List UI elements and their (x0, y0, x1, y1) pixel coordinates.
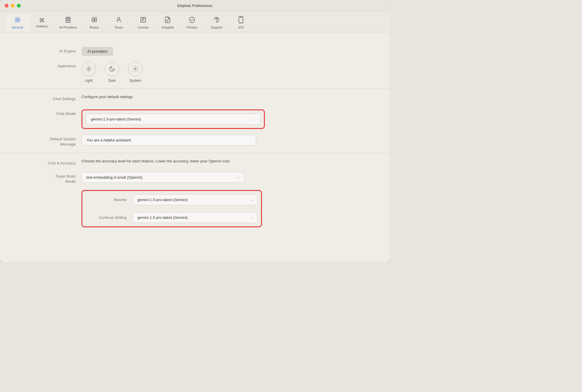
svg-point-5 (118, 17, 120, 20)
chat-model-chevron-icon: ⌄ (253, 117, 255, 121)
tab-hotkeys[interactable]: ⌘ Hotkeys (30, 15, 54, 31)
close-button[interactable] (5, 4, 8, 8)
appearance-system[interactable]: System (128, 62, 143, 83)
appearance-label: Apperance (17, 62, 81, 69)
cost-accuracy-header-content: Choose the accuracy level for each featu… (81, 159, 372, 163)
chat-settings-header-row: Chat Settings Configure your default set… (17, 95, 372, 104)
dark-icon (105, 62, 119, 76)
rewrite-value: gemini-1.5-pro-latest (Gemini) (137, 198, 188, 202)
privacy-icon (189, 16, 196, 24)
chat-settings-section: Chat Settings Configure your default set… (0, 89, 390, 153)
chat-settings-label: Chat Settings (17, 95, 81, 102)
rewrite-dropdown[interactable]: gemini-1.5-pro-latest (Gemini) ⌄ (132, 194, 258, 205)
general-icon (14, 16, 21, 24)
rewrite-chevron-icon: ⌄ (250, 198, 253, 202)
tab-ai-providers-label: AI Providers (59, 26, 77, 29)
super-brain-content: text-embedding-3-small (OpenAI) ⌄ (81, 172, 372, 183)
minimize-button[interactable] (11, 4, 15, 8)
chat-model-row: Chat Model gemini-1.5-pro-latest (Gemini… (17, 109, 372, 129)
continue-writing-label: Continue Writing (86, 215, 132, 220)
snippets-icon (164, 16, 171, 24)
super-brain-label: Super Brain Model (17, 172, 81, 184)
ai-engine-row: AI Engine AI providers (17, 47, 372, 56)
svg-point-0 (17, 19, 18, 21)
continue-writing-chevron-icon: ⌄ (250, 215, 253, 219)
license-icon (140, 16, 147, 24)
svg-point-10 (134, 68, 136, 70)
super-brain-chevron-icon: ⌄ (237, 175, 239, 179)
tab-brains-label: Brains (90, 26, 99, 29)
tab-license[interactable]: License (132, 14, 155, 32)
default-system-label: Default System Message (17, 135, 81, 147)
svg-point-3 (67, 18, 68, 19)
appearance-dark[interactable]: Dark (105, 62, 119, 83)
ai-engine-section: AI Engine AI providers Apperance (0, 41, 390, 89)
tab-hotkeys-label: Hotkeys (36, 24, 48, 28)
appearance-options: Light Dark (81, 62, 372, 83)
brains-icon (91, 16, 98, 24)
hotkeys-icon: ⌘ (39, 17, 45, 23)
traffic-lights (5, 4, 21, 8)
ai-engine-label: AI Engine (17, 47, 81, 54)
rewrite-continue-red-box: Rewrite gemini-1.5-pro-latest (Gemini) ⌄… (81, 190, 262, 227)
tab-privacy[interactable]: Privacy (180, 14, 204, 32)
svg-point-9 (88, 68, 90, 70)
svg-point-8 (241, 22, 241, 22)
super-brain-row: Super Brain Model text-embedding-3-small… (17, 172, 372, 184)
svg-point-4 (68, 18, 69, 19)
default-system-input[interactable] (81, 135, 256, 146)
tab-support[interactable]: Support (205, 14, 228, 32)
continue-writing-sub-row: Continue Writing gemini-1.5-pro-latest (… (86, 212, 258, 223)
tab-general-label: General (12, 26, 23, 29)
titlebar: Elephas Preferences (0, 0, 390, 12)
chat-model-content: gemini-1.5-pro-latest (Gemini) ⌄ (81, 109, 372, 129)
window-title: Elephas Preferences (178, 3, 213, 8)
chat-model-label: Chat Model (17, 109, 81, 116)
rewrite-continue-content: Rewrite gemini-1.5-pro-latest (Gemini) ⌄… (81, 190, 372, 227)
main-content: AI Engine AI providers Apperance (0, 32, 390, 242)
light-icon (81, 62, 96, 76)
tab-brains[interactable]: Brains (83, 14, 106, 32)
chat-settings-header-content: Configure your default settings (81, 95, 372, 104)
tab-general[interactable]: General (6, 14, 29, 32)
system-label: System (129, 79, 141, 83)
tab-support-label: Support (211, 26, 222, 29)
tab-privacy-label: Privacy (187, 26, 197, 29)
tab-tones[interactable]: Tones (107, 14, 130, 32)
continue-writing-value: gemini-1.5-pro-latest (Gemini) (137, 215, 188, 220)
system-icon (128, 62, 143, 76)
tab-ai-providers[interactable]: AI Providers (55, 14, 81, 32)
light-label: Light (85, 79, 93, 83)
tab-snippets-label: Snippets (162, 26, 174, 29)
rewrite-sub-row: Rewrite gemini-1.5-pro-latest (Gemini) ⌄ (86, 194, 258, 205)
chat-model-red-box: gemini-1.5-pro-latest (Gemini) ⌄ (81, 109, 265, 129)
super-brain-value: text-embedding-3-small (OpenAI) (86, 175, 142, 180)
tab-ios[interactable]: iOS (229, 14, 253, 32)
tab-ios-label: iOS (238, 26, 244, 29)
svg-rect-2 (66, 17, 70, 22)
ai-providers-icon (65, 16, 72, 24)
appearance-row: Apperance Light (17, 62, 372, 83)
tab-license-label: License (138, 26, 149, 29)
chat-model-value: gemini-1.5-pro-latest (Gemini) (91, 117, 141, 121)
continue-writing-dropdown[interactable]: gemini-1.5-pro-latest (Gemini) ⌄ (132, 212, 258, 223)
ai-providers-button[interactable]: AI providers (81, 47, 113, 56)
svg-point-6 (216, 21, 217, 22)
maximize-button[interactable] (17, 4, 21, 8)
cost-accuracy-header-row: Cost & Accuracy Choose the accuracy leve… (17, 159, 372, 166)
tab-snippets[interactable]: Snippets (156, 14, 179, 32)
ios-icon (238, 16, 244, 24)
ai-engine-content: AI providers (81, 47, 372, 56)
appearance-content: Light Dark (81, 62, 372, 83)
appearance-light[interactable]: Light (81, 62, 96, 83)
cost-accuracy-desc: Choose the accuracy level for each featu… (81, 159, 372, 163)
chat-settings-header-text: Configure your default settings (81, 95, 372, 99)
support-icon (213, 16, 220, 24)
rewrite-continue-row: Rewrite gemini-1.5-pro-latest (Gemini) ⌄… (17, 190, 372, 227)
default-system-row: Default System Message (17, 135, 372, 147)
super-brain-dropdown[interactable]: text-embedding-3-small (OpenAI) ⌄ (81, 172, 244, 183)
dark-label: Dark (108, 79, 116, 83)
cost-accuracy-section: Cost & Accuracy Choose the accuracy leve… (0, 153, 390, 233)
svg-point-1 (15, 18, 19, 22)
chat-model-dropdown[interactable]: gemini-1.5-pro-latest (Gemini) ⌄ (86, 114, 260, 125)
